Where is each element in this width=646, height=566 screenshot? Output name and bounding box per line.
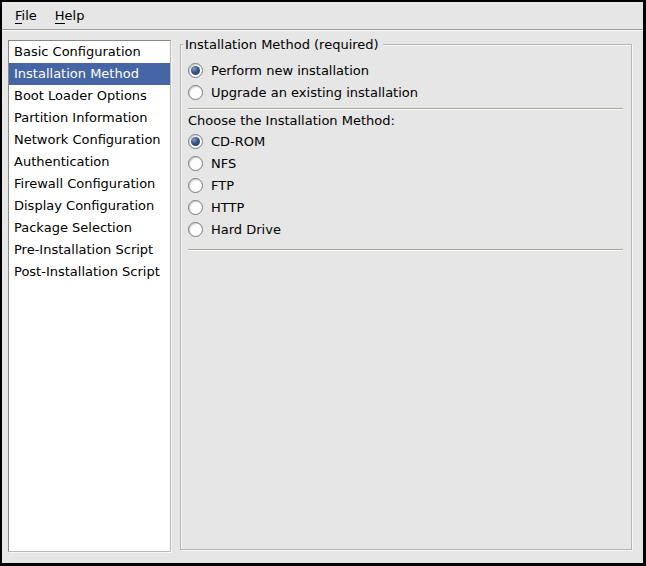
radio-cdrom[interactable]: CD-ROM — [188, 130, 623, 152]
radio-label: CD-ROM — [211, 134, 265, 149]
radio-nfs[interactable]: NFS — [188, 152, 623, 174]
sidebar-item-firewall-configuration[interactable]: Firewall Configuration — [9, 173, 170, 195]
main-content: Basic Configuration Installation Method … — [2, 30, 643, 563]
installation-method-frame: Installation Method (required) Perform n… — [180, 44, 632, 550]
menu-file[interactable]: File — [6, 4, 46, 27]
radio-ftp[interactable]: FTP — [188, 174, 623, 196]
radio-button-icon — [188, 63, 203, 78]
radio-button-icon — [188, 85, 203, 100]
method-prompt-label: Choose the Installation Method: — [188, 112, 623, 130]
separator — [188, 249, 623, 250]
radio-button-icon — [188, 178, 203, 193]
radio-label: HTTP — [211, 200, 244, 215]
kickstart-configurator-window: File Help Basic Configuration Installati… — [0, 0, 646, 566]
radio-label: NFS — [211, 156, 236, 171]
section-list: Basic Configuration Installation Method … — [8, 40, 171, 552]
menu-help-mnemonic: H — [55, 8, 65, 24]
sidebar-item-installation-method[interactable]: Installation Method — [9, 63, 170, 85]
radio-label: Perform new installation — [211, 63, 369, 78]
sidebar-item-authentication[interactable]: Authentication — [9, 151, 170, 173]
radio-label: FTP — [211, 178, 234, 193]
sidebar-item-display-configuration[interactable]: Display Configuration — [9, 195, 170, 217]
sidebar-item-basic-configuration[interactable]: Basic Configuration — [9, 41, 170, 63]
radio-button-icon — [188, 200, 203, 215]
installation-method-panel: Perform new installation Upgrade an exis… — [181, 45, 631, 250]
menu-bar: File Help — [2, 2, 643, 30]
menu-help-label-rest: elp — [65, 8, 85, 23]
radio-perform-new-installation[interactable]: Perform new installation — [188, 59, 623, 81]
sidebar-item-boot-loader-options[interactable]: Boot Loader Options — [9, 85, 170, 107]
sidebar-item-pre-installation-script[interactable]: Pre-Installation Script — [9, 239, 170, 261]
frame-title: Installation Method (required) — [183, 36, 383, 53]
radio-http[interactable]: HTTP — [188, 196, 623, 218]
menu-help[interactable]: Help — [46, 4, 94, 27]
sidebar-item-post-installation-script[interactable]: Post-Installation Script — [9, 261, 170, 283]
radio-button-icon — [188, 134, 203, 149]
radio-button-icon — [188, 222, 203, 237]
separator — [188, 108, 623, 109]
menu-file-label-rest: ile — [22, 8, 37, 23]
sidebar-item-partition-information[interactable]: Partition Information — [9, 107, 170, 129]
radio-upgrade-existing-installation[interactable]: Upgrade an existing installation — [188, 81, 623, 103]
radio-button-icon — [188, 156, 203, 171]
radio-label: Upgrade an existing installation — [211, 85, 418, 100]
sidebar-item-package-selection[interactable]: Package Selection — [9, 217, 170, 239]
radio-label: Hard Drive — [211, 222, 281, 237]
radio-hard-drive[interactable]: Hard Drive — [188, 218, 623, 240]
sidebar-item-network-configuration[interactable]: Network Configuration — [9, 129, 170, 151]
